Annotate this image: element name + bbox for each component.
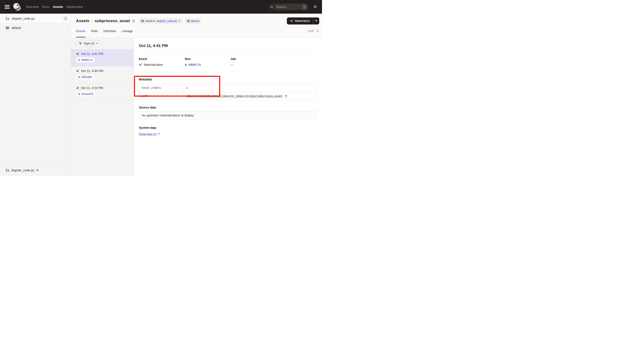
- event-field: Event Materialization: [139, 57, 185, 66]
- asset-tabs: Events Plots Definition Lineage 0:05 ↻: [71, 28, 322, 38]
- hamburger-menu-icon[interactable]: [5, 5, 10, 9]
- event-type-value: Materialization: [144, 63, 163, 66]
- source-data-heading: Source data: [139, 106, 317, 109]
- metadata-table: total_orders 2 path /Users/yuhan/dev/loc…: [139, 83, 317, 100]
- job-value: —: [230, 63, 234, 66]
- sidebar-item-code-location[interactable]: dagster_code.py 1: [0, 14, 71, 23]
- main-nav: Overview Runs Assets Deployment: [26, 5, 83, 8]
- page-header: Assets › subprocess_asset Asset in dagst…: [71, 14, 322, 38]
- run-status-dot: [78, 93, 80, 95]
- search-icon: [270, 5, 273, 8]
- materialization-sparkle-icon: [76, 69, 79, 72]
- breadcrumb-separator: ›: [91, 19, 93, 23]
- metadata-value: 2: [186, 86, 188, 89]
- show-tags-label: Show tags (2): [139, 132, 156, 136]
- event-time: Oct 11, 4:41 PM: [81, 52, 103, 55]
- search-shortcut-key: /: [302, 4, 307, 9]
- asset-group-icon: [6, 26, 9, 29]
- tab-definition[interactable]: Definition: [104, 28, 116, 37]
- run-id-tag[interactable]: 359cdbfc: [76, 74, 94, 79]
- event-detail-panel: Oct 11, 4:41 PM Event Materialization Ru…: [134, 38, 322, 176]
- top-navbar: Overview Runs Assets Deployment / ⚙: [0, 0, 322, 14]
- nav-item-assets[interactable]: Assets: [53, 5, 63, 8]
- run-id: 9dbf617e: [81, 58, 92, 61]
- sparkle-icon: [290, 19, 293, 22]
- nav-item-runs[interactable]: Runs: [42, 5, 50, 8]
- event-list-item[interactable]: Oct 11, 4:33 PM 359cdbfc: [71, 66, 134, 83]
- system-tags-heading: System tags: [139, 126, 317, 129]
- source-data-empty-message: No upstream materializations to display.: [142, 114, 194, 117]
- tab-events[interactable]: Events: [76, 28, 86, 37]
- materialize-split-button: Materialize: [287, 17, 319, 24]
- group-label: default: [12, 26, 21, 29]
- materialize-label: Materialize: [295, 19, 310, 22]
- gear-icon[interactable]: ⚙: [314, 5, 317, 9]
- event-field-label: Event: [139, 57, 185, 61]
- job-field: Job —: [230, 57, 276, 66]
- metadata-heading: Metadata: [139, 78, 317, 81]
- materialize-button[interactable]: Materialize: [287, 17, 313, 24]
- asset-tree-sidebar: dagster_code.py 1 default dagster_code.p…: [0, 14, 71, 176]
- job-field-label: Job: [230, 57, 276, 61]
- run-status-dot: [185, 64, 187, 66]
- sidebar-footer-code-location[interactable]: dagster_code.py ↻: [0, 164, 71, 176]
- nav-item-deployment[interactable]: Deployment: [66, 5, 83, 8]
- breadcrumb-assets-link[interactable]: Assets: [76, 18, 89, 23]
- copy-path-icon[interactable]: [284, 94, 288, 97]
- run-field: Run 9dbf617e: [185, 57, 230, 66]
- sidebar-item-default-group[interactable]: default: [0, 23, 71, 32]
- metadata-key: path: [139, 92, 184, 100]
- folder-icon: [6, 17, 9, 20]
- run-id-tag[interactable]: 9dbf617e: [76, 57, 94, 62]
- footer-code-location-label: dagster_code.py: [11, 169, 34, 172]
- chevron-down-icon: [96, 43, 98, 44]
- tab-lineage[interactable]: Lineage: [122, 28, 133, 37]
- run-id: 359cdbfc: [81, 75, 92, 78]
- event-time: Oct 11, 4:33 PM: [81, 69, 103, 72]
- run-id: 637aed75: [81, 93, 93, 95]
- page-title: subprocess_asset: [95, 18, 130, 23]
- run-id-tag[interactable]: 637aed75: [76, 91, 95, 96]
- timer-countdown: 0:05: [308, 29, 314, 33]
- nav-item-overview[interactable]: Overview: [26, 5, 39, 8]
- group-tag-link[interactable]: default: [191, 19, 199, 22]
- metadata-row: total_orders 2: [139, 84, 317, 92]
- dagster-logo[interactable]: [13, 3, 21, 11]
- caret-down-icon: [158, 133, 160, 134]
- reload-code-location-icon[interactable]: ↻: [36, 169, 39, 172]
- materialization-sparkle-icon: [139, 63, 142, 66]
- materialize-dropdown-button[interactable]: [313, 17, 319, 24]
- run-field-label: Run: [185, 57, 230, 61]
- folder-icon: [6, 169, 9, 172]
- show-tags-toggle[interactable]: Show tags (2): [139, 132, 160, 136]
- asset-group-tag: default: [185, 18, 202, 24]
- copy-asset-name-icon[interactable]: [132, 19, 135, 22]
- asset-tag-code-location-link[interactable]: dagster_code.py: [156, 19, 177, 22]
- run-status-dot: [78, 59, 80, 61]
- materialization-sparkle-icon: [76, 52, 79, 55]
- global-search[interactable]: /: [268, 3, 308, 10]
- type-filter-button[interactable]: Type (2): [76, 40, 101, 47]
- source-data-empty-state: No upstream materializations to display.: [139, 111, 317, 119]
- asset-tag-prefix: Asset in: [145, 19, 155, 22]
- event-list-item[interactable]: Oct 11, 4:41 PM 9dbf617e: [71, 49, 134, 66]
- asset-location-tag: Asset in dagster_code.py ↻: [139, 18, 182, 24]
- run-status-dot: [78, 76, 80, 78]
- storage-path-link[interactable]: /Users/yuhan/dev/local/dagster_home/stor…: [186, 94, 282, 97]
- event-list-item[interactable]: Oct 11, 4:22 PM 637aed75: [71, 83, 134, 100]
- events-list-panel: Type (2) Oct 11, 4:41 PM 9dbf617e: [71, 38, 134, 176]
- reload-definitions-icon[interactable]: ↻: [178, 19, 180, 22]
- refresh-icon[interactable]: ↻: [316, 29, 319, 33]
- caret-down-icon: [315, 20, 317, 21]
- tab-plots[interactable]: Plots: [91, 28, 98, 37]
- search-input[interactable]: [275, 5, 302, 8]
- refresh-timer: 0:05 ↻: [308, 28, 319, 33]
- breadcrumb: Assets › subprocess_asset Asset in dagst…: [71, 14, 322, 28]
- code-location-label: dagster_code.py: [12, 17, 34, 20]
- asset-count-badge: 1: [63, 16, 68, 21]
- run-id-link[interactable]: 9dbf617e: [188, 63, 201, 66]
- filter-bar: Type (2): [71, 38, 134, 49]
- type-filter-label: Type (2): [84, 42, 94, 45]
- metadata-key: total_orders: [139, 84, 184, 92]
- funnel-icon: [79, 42, 82, 45]
